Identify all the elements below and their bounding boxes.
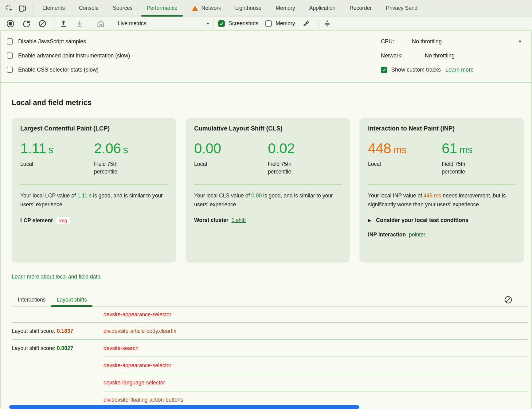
toolbar-separator bbox=[55, 19, 55, 28]
inp-local-label: Local bbox=[368, 160, 411, 168]
tab-application[interactable]: Application bbox=[302, 0, 343, 16]
cpu-throttling-select[interactable]: No throttling bbox=[412, 38, 442, 45]
learn-more-row: Learn more about local and field data bbox=[12, 274, 524, 280]
collapse-sections-button[interactable] bbox=[323, 19, 331, 28]
load-profile-button[interactable] bbox=[59, 19, 68, 28]
performance-toolbar: Live metrics ▼ Screenshots Memory bbox=[0, 17, 532, 31]
clear-log-button[interactable] bbox=[504, 296, 512, 304]
tab-performance[interactable]: Performance bbox=[139, 0, 184, 16]
layout-shift-row[interactable]: Layout shift score: 0.0027 devsite-searc… bbox=[12, 340, 528, 356]
element-node-link[interactable]: devsite-appearance-selector bbox=[104, 362, 171, 369]
tab-label: Memory bbox=[276, 5, 295, 11]
layout-shift-row[interactable]: Layout shift score: 0.1837 div.devsite-a… bbox=[12, 323, 528, 339]
tab-lighthouse[interactable]: Lighthouse bbox=[228, 0, 269, 16]
chevron-down-icon[interactable]: ▼ bbox=[518, 39, 522, 44]
element-node-link[interactable]: devsite-appearance-selector bbox=[104, 311, 171, 318]
inp-interaction-link[interactable]: pointer bbox=[409, 232, 425, 238]
consider-local-conditions-disclosure[interactable]: ▶ Consider your local test conditions bbox=[368, 217, 515, 224]
back-to-live-metrics-button[interactable] bbox=[96, 19, 105, 28]
lcp-values: 1.11s Local 2.06s Field 75th percentile bbox=[20, 140, 168, 176]
history-dropdown-value: Live metrics bbox=[118, 20, 146, 27]
tab-elements[interactable]: Elements bbox=[35, 0, 72, 16]
local-field-data-learn-more-link[interactable]: Learn more about local and field data bbox=[12, 274, 100, 280]
inp-interaction-label: INP interaction bbox=[368, 232, 406, 238]
memory-label: Memory bbox=[276, 20, 295, 27]
element-tag: div bbox=[104, 328, 110, 334]
toolbar-separator bbox=[213, 19, 214, 28]
local-and-field-metrics-heading: Local and field metrics bbox=[12, 83, 524, 107]
network-throttling-row: Network: No throttling ▼ bbox=[381, 49, 532, 63]
tab-network[interactable]: Network bbox=[185, 0, 228, 16]
layout-shift-row[interactable]: devsite-appearance-selector bbox=[12, 357, 528, 374]
history-dropdown[interactable]: Live metrics ▼ bbox=[118, 20, 210, 27]
custom-tracks-learn-more-link[interactable]: Learn more bbox=[445, 67, 474, 73]
broom-icon bbox=[302, 19, 310, 28]
advanced-paint-row[interactable]: Enable advanced paint instrumentation (s… bbox=[7, 49, 130, 63]
lcp-element-node-link[interactable]: img bbox=[57, 217, 70, 224]
score-value: 0.1837 bbox=[57, 328, 73, 334]
element-node-link[interactable]: devsite-language-selector bbox=[104, 380, 165, 386]
horizontal-scrollbar-thumb[interactable] bbox=[9, 405, 359, 409]
inp-local-block: 448ms Local bbox=[368, 140, 442, 176]
unit: ms bbox=[459, 144, 472, 155]
cls-field-value: 0.02 bbox=[268, 140, 342, 158]
inspect-cursor-icon bbox=[6, 4, 14, 12]
value: 1.11 bbox=[20, 140, 46, 156]
tab-console[interactable]: Console bbox=[72, 0, 106, 16]
reload-and-record-button[interactable] bbox=[22, 19, 31, 28]
tab-privacy-sandbox[interactable]: Privacy Sand bbox=[379, 0, 424, 16]
css-selector-stats-checkbox[interactable] bbox=[7, 67, 13, 73]
gc-button[interactable] bbox=[302, 19, 310, 28]
block-icon bbox=[38, 20, 46, 28]
element-classes: .devsite-article-body.clearfix bbox=[110, 328, 176, 334]
lcp-local-label: Local bbox=[20, 160, 63, 168]
disable-js-samples-label: Disable JavaScript samples bbox=[18, 38, 86, 45]
tab-interactions[interactable]: Interactions bbox=[12, 297, 51, 306]
tab-label: Application bbox=[309, 5, 336, 11]
desc-value: 0.00 bbox=[251, 193, 262, 199]
network-throttling-select[interactable]: No throttling bbox=[425, 53, 455, 59]
tab-layout-shifts[interactable]: Layout shifts bbox=[51, 297, 92, 306]
tab-memory[interactable]: Memory bbox=[268, 0, 302, 16]
tab-recorder[interactable]: Recorder bbox=[342, 0, 379, 16]
screenshots-label: Screenshots bbox=[229, 20, 258, 27]
layout-shift-row[interactable]: devsite-appearance-selector bbox=[12, 307, 528, 322]
warning-icon bbox=[192, 5, 198, 11]
unit: s bbox=[48, 144, 53, 155]
cpu-throttling-row: CPU: No throttling ▼ bbox=[381, 34, 532, 49]
metric-cards: Largest Contentful Paint (LCP) 1.11s Loc… bbox=[12, 118, 524, 263]
lcp-field-value: 2.06s bbox=[94, 140, 168, 158]
advanced-paint-label: Enable advanced paint instrumentation (s… bbox=[18, 53, 130, 59]
lcp-description: Your local LCP value of 1.11 s is good, … bbox=[20, 191, 168, 209]
element-node-link[interactable]: devsite-search bbox=[104, 345, 139, 352]
memory-checkbox-row[interactable]: Memory bbox=[265, 20, 295, 27]
show-custom-tracks-checkbox[interactable] bbox=[381, 67, 387, 73]
toggle-device-toolbar-button[interactable] bbox=[17, 3, 28, 14]
css-selector-stats-row[interactable]: Enable CSS selector stats (slow) bbox=[7, 63, 130, 77]
tab-sources[interactable]: Sources bbox=[106, 0, 139, 16]
worst-cluster-link[interactable]: 1 shift bbox=[232, 217, 246, 224]
tab-label: Sources bbox=[113, 5, 132, 11]
chevron-down-icon[interactable]: ▼ bbox=[531, 53, 532, 58]
clear-button[interactable] bbox=[38, 19, 47, 28]
cls-worst-cluster-row: Worst cluster 1 shift bbox=[194, 217, 342, 224]
memory-checkbox[interactable] bbox=[265, 20, 272, 27]
panel-body: Disable JavaScript samples Enable advanc… bbox=[0, 31, 532, 408]
record-button[interactable] bbox=[6, 19, 15, 28]
advanced-paint-checkbox[interactable] bbox=[7, 53, 13, 59]
score-value: 0.0027 bbox=[57, 345, 73, 351]
lcp-element-label: LCP element bbox=[20, 217, 53, 224]
save-profile-button[interactable] bbox=[75, 19, 84, 28]
toolbar-separator bbox=[318, 19, 319, 28]
screenshots-checkbox-row[interactable]: Screenshots bbox=[218, 20, 258, 27]
element-node-link[interactable]: div.devsite-article-body.clearfix bbox=[104, 328, 176, 334]
disable-js-samples-row[interactable]: Disable JavaScript samples bbox=[7, 34, 130, 49]
tab-label: Privacy Sand bbox=[386, 5, 417, 11]
throttling-settings: CPU: No throttling ▼ Network: No throttl… bbox=[381, 34, 532, 77]
inspect-element-button[interactable] bbox=[4, 3, 15, 14]
layout-shift-row[interactable]: devsite-language-selector bbox=[12, 374, 528, 391]
disable-js-samples-checkbox[interactable] bbox=[7, 38, 13, 45]
screenshots-checkbox[interactable] bbox=[218, 20, 225, 27]
element-node-link[interactable]: div.devsite-floating-action-buttons bbox=[104, 397, 183, 403]
inp-description: Your local INP value of 448 ms needs imp… bbox=[368, 191, 515, 209]
